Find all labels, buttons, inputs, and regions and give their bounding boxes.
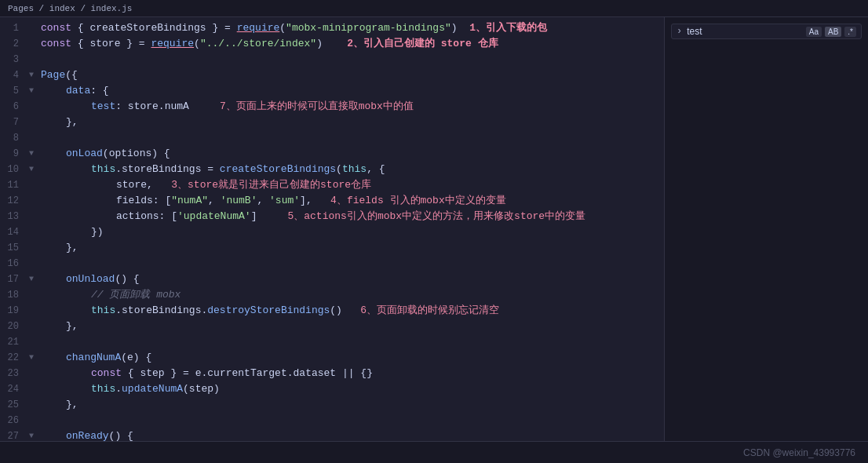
line-number-4: 4	[0, 67, 25, 83]
line-number-6: 6	[0, 99, 25, 115]
code-line-20: },	[38, 319, 664, 334]
bottom-bar: CSDN @weixin_43993776	[0, 441, 868, 463]
fold-icon-27[interactable]: ▼	[25, 428, 38, 441]
search-icon: ›	[677, 26, 682, 37]
table-row: 4 ▼ Page({	[0, 67, 664, 83]
table-row: 18 // 页面卸载 mobx	[0, 287, 664, 303]
table-row: 11 store, 3、store就是引进来自己创建的store仓库	[0, 177, 664, 193]
code-line-9: onLoad(options) {	[38, 146, 664, 162]
code-line-19: this.storeBindings.destroyStoreBindings(…	[38, 303, 664, 319]
case-sensitive-button[interactable]: Aa	[806, 27, 822, 37]
line-number-8: 8	[0, 130, 25, 146]
line-number-19: 19	[0, 303, 25, 319]
code-line-14: })	[38, 224, 664, 240]
code-line-17: onUnload() {	[38, 272, 664, 287]
line-number-27: 27	[0, 428, 25, 441]
right-panel: › Aa AB .*	[664, 17, 868, 441]
table-row: 20 },	[0, 319, 664, 334]
code-line-23: const { step } = e.currentTarget.dataset…	[38, 366, 664, 381]
table-row: 19 this.storeBindings.destroyStoreBindin…	[0, 303, 664, 319]
table-row: 1 const { createStoreBindings } = requir…	[0, 20, 664, 36]
code-line-6: test: store.numA 7、页面上来的时候可以直接取mobx中的值	[38, 99, 664, 115]
table-row: 26	[0, 413, 664, 428]
line-number-20: 20	[0, 319, 25, 334]
line-number-14: 14	[0, 224, 25, 240]
table-row: 23 const { step } = e.currentTarget.data…	[0, 366, 664, 381]
table-row: 22 ▼ changNumA(e) {	[0, 350, 664, 366]
table-row: 25 },	[0, 397, 664, 413]
watermark: CSDN @weixin_43993776	[743, 447, 855, 458]
code-line-24: this.updateNumA(step)	[38, 381, 664, 397]
search-input[interactable]	[687, 26, 806, 37]
table-row: 21	[0, 334, 664, 350]
main-area: 1 const { createStoreBindings } = requir…	[0, 17, 868, 441]
code-line-22: changNumA(e) {	[38, 350, 664, 366]
line-number-10: 10	[0, 162, 25, 177]
fold-icon-22[interactable]: ▼	[25, 350, 38, 366]
line-number-26: 26	[0, 413, 25, 428]
line-number-5: 5	[0, 83, 25, 99]
code-line-13: actions: ['updateNumA'] 5、actions引入的mobx…	[38, 209, 664, 224]
line-number-24: 24	[0, 381, 25, 397]
table-row: 6 test: store.numA 7、页面上来的时候可以直接取mobx中的值	[0, 99, 664, 115]
line-number-9: 9	[0, 146, 25, 162]
line-number-2: 2	[0, 36, 25, 52]
table-row: 15 },	[0, 240, 664, 256]
table-row: 13 actions: ['updateNumA'] 5、actions引入的m…	[0, 209, 664, 224]
code-line-11: store, 3、store就是引进来自己创建的store仓库	[38, 177, 664, 193]
line-number-18: 18	[0, 287, 25, 303]
fold-icon-5[interactable]: ▼	[25, 83, 38, 99]
line-number-23: 23	[0, 366, 25, 381]
code-line-18: // 页面卸载 mobx	[38, 287, 664, 303]
code-line-27: onReady() {	[38, 428, 664, 441]
table-row: 3	[0, 52, 664, 67]
line-number-11: 11	[0, 177, 25, 193]
code-container: 1 const { createStoreBindings } = requir…	[0, 17, 664, 441]
regex-button[interactable]: .*	[844, 27, 856, 37]
table-row: 10 ▼ this.storeBindings = createStoreBin…	[0, 162, 664, 177]
editor-area[interactable]: 1 const { createStoreBindings } = requir…	[0, 17, 664, 441]
whole-word-button[interactable]: AB	[825, 27, 841, 37]
code-line-4: Page({	[38, 67, 664, 83]
table-row: 7 },	[0, 115, 664, 130]
fold-icon-17[interactable]: ▼	[25, 272, 38, 287]
table-row: 8	[0, 130, 664, 146]
line-number-17: 17	[0, 272, 25, 287]
fold-icon-10[interactable]: ▼	[25, 162, 38, 177]
table-row: 17 ▼ onUnload() {	[0, 272, 664, 287]
table-row: 12 fields: ["numA", 'numB', 'sum'], 4、fi…	[0, 193, 664, 209]
table-row: 24 this.updateNumA(step)	[0, 381, 664, 397]
line-number-15: 15	[0, 240, 25, 256]
line-number-7: 7	[0, 115, 25, 130]
line-number-16: 16	[0, 256, 25, 272]
code-line-5: data: {	[38, 83, 664, 99]
line-number-25: 25	[0, 397, 25, 413]
breadcrumb: Pages / index / index.js	[8, 4, 132, 13]
line-number-3: 3	[0, 52, 25, 67]
table-row: 2 const { store } = require("../../store…	[0, 36, 664, 52]
line-number-1: 1	[0, 20, 25, 36]
code-line-25: },	[38, 397, 664, 413]
code-line-12: fields: ["numA", 'numB', 'sum'], 4、field…	[38, 193, 664, 209]
line-number-12: 12	[0, 193, 25, 209]
code-line-7: },	[38, 115, 664, 130]
code-line-10: this.storeBindings = createStoreBindings…	[38, 162, 664, 177]
code-line-2: const { store } = require("../../store/i…	[38, 36, 664, 52]
line-number-21: 21	[0, 334, 25, 350]
fold-icon-4[interactable]: ▼	[25, 67, 38, 83]
line-number-22: 22	[0, 350, 25, 366]
table-row: 27 ▼ onReady() {	[0, 428, 664, 441]
table-row: 9 ▼ onLoad(options) {	[0, 146, 664, 162]
code-line-1: const { createStoreBindings } = require(…	[38, 20, 664, 36]
table-row: 16	[0, 256, 664, 272]
code-line-15: },	[38, 240, 664, 256]
top-bar: Pages / index / index.js	[0, 0, 868, 17]
fold-icon-9[interactable]: ▼	[25, 146, 38, 162]
table-row: 5 ▼ data: {	[0, 83, 664, 99]
line-number-13: 13	[0, 209, 25, 224]
search-options: Aa AB .*	[806, 27, 856, 37]
search-bar: › Aa AB .*	[671, 24, 862, 39]
table-row: 14 })	[0, 224, 664, 240]
